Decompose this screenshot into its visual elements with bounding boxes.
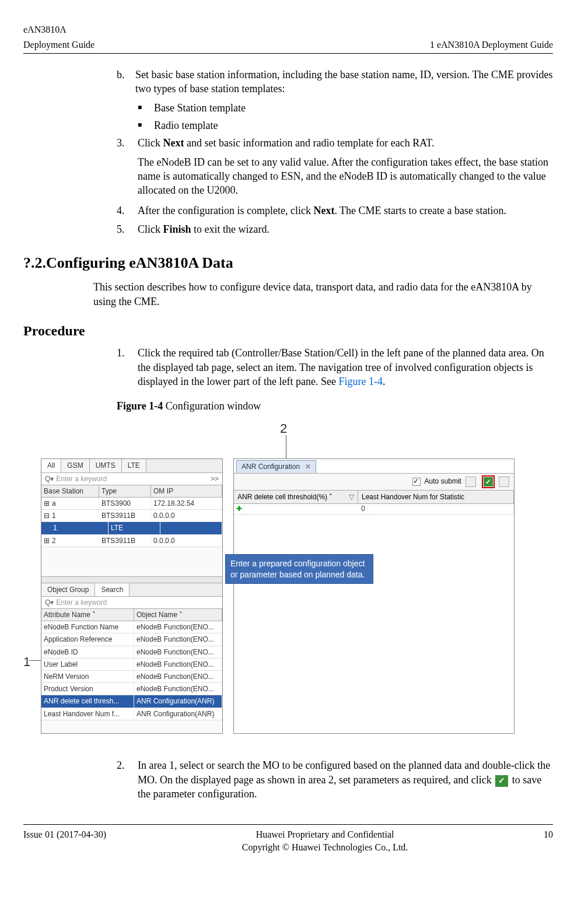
table-row[interactable]: ⊞a BTS3900 172.18.32.54 — [41, 498, 222, 510]
search-icon[interactable]: Q▾ — [45, 598, 54, 607]
expand-icon[interactable]: >> — [211, 474, 219, 484]
tree-collapse-icon[interactable]: ⊟ — [44, 511, 50, 517]
tab-search[interactable]: Search — [95, 583, 130, 596]
header-left-bottom: Deployment Guide — [23, 38, 94, 51]
list-marker-3: 3. — [117, 136, 138, 150]
footer-center-2: Copyright © Huawei Technologies Co., Ltd… — [242, 842, 408, 852]
auto-submit-label: Auto submit — [425, 477, 461, 485]
col-type[interactable]: Type — [99, 485, 151, 497]
footer-center-1: Huawei Proprietary and Confidential — [256, 829, 394, 839]
figure-caption-bold: Figure 1-4 — [117, 400, 163, 412]
tab-gsm[interactable]: GSM — [61, 459, 89, 472]
col-base-station[interactable]: Base Station — [41, 485, 99, 497]
figure-caption: Figure 1-4 Configuration window — [117, 399, 553, 413]
sort-icon[interactable]: ▽ — [349, 492, 354, 502]
save-check-icon[interactable]: ✓ — [484, 477, 493, 486]
figure-1-4: 2 1 All GSM UMTS LTE Q▾ Enter a keyword … — [23, 420, 553, 747]
arrow-line-icon — [29, 660, 41, 661]
col-attribute-name[interactable]: Attribute Name ˄ — [41, 609, 134, 621]
table-row[interactable]: eNodeB IDeNodeB Function(ENO... — [41, 646, 222, 659]
table-row[interactable]: ⊞2 BTS3911B 0.0.0.0 — [41, 535, 222, 547]
search-icon[interactable]: Q▾ — [45, 474, 54, 484]
footer-left: Issue 01 (2017-04-30) — [23, 828, 106, 853]
add-row-icon[interactable]: ✚ — [234, 504, 245, 514]
save-check-icon: ✓ — [495, 775, 508, 787]
step5-post: to exit the wizard. — [191, 223, 270, 235]
save-highlight-box: ✓ — [482, 475, 495, 488]
callout-number-1: 1 — [23, 653, 30, 671]
col-object-name[interactable]: Object Name ˄ — [134, 609, 222, 621]
splitter-bar[interactable] — [41, 576, 222, 583]
col-om-ip[interactable]: OM IP — [151, 485, 222, 497]
table-row[interactable]: User LabeleNodeB Function(ENO... — [41, 659, 222, 671]
section2-para: This section describes how to configure … — [93, 280, 553, 309]
table-row[interactable]: ✚ 0 — [234, 504, 514, 515]
arrow-line-icon — [286, 435, 286, 458]
table-row-selected[interactable]: 1 LTE — [41, 522, 222, 534]
step3-pre: Click — [138, 137, 163, 149]
toolbar-icon[interactable] — [466, 477, 476, 487]
table-row[interactable]: Product VersioneNodeB Function(ENO... — [41, 683, 222, 695]
left-panel: All GSM UMTS LTE Q▾ Enter a keyword >> B… — [41, 458, 223, 734]
footer-page-number: 10 — [544, 828, 553, 853]
tree-expand-icon[interactable]: ⊞ — [44, 536, 50, 542]
tab-all[interactable]: All — [41, 459, 61, 472]
table-row[interactable]: eNodeB Function NameeNodeB Function(ENO.… — [41, 621, 222, 633]
proc-step1-post: . — [383, 376, 386, 387]
step5-bold: Finish — [163, 223, 191, 235]
list-marker-2: 2. — [117, 758, 138, 801]
tab-lte[interactable]: LTE — [122, 459, 146, 472]
cell-value[interactable]: 0 — [245, 504, 368, 514]
section-heading-configuring-data: ?.2.Configuring eAN3810A Data — [23, 253, 553, 273]
tooltip-callout: Enter a prepared configuration object or… — [225, 554, 373, 583]
step4-pre: After the configuration is complete, cli… — [138, 205, 313, 216]
tab-object-group[interactable]: Object Group — [41, 583, 95, 596]
step4-post: . The CME starts to create a base statio… — [334, 205, 506, 216]
tab-anr-configuration[interactable]: ANR Configuration ✕ — [236, 460, 316, 472]
search-input[interactable]: Enter a keyword — [56, 474, 211, 484]
square-bullet-icon: ■ — [138, 101, 154, 115]
page-footer: Issue 01 (2017-04-30) Huawei Proprietary… — [23, 824, 553, 853]
table-row-selected[interactable]: ANR delete cell thresh...ANR Configurati… — [41, 695, 222, 708]
table-row[interactable]: Least Handover Num f...ANR Configuration… — [41, 708, 222, 720]
list-marker-1: 1. — [117, 346, 138, 388]
header-left-top: eAN3810A — [23, 23, 66, 36]
right-panel: ANR Configuration ✕ Auto submit ✓ ANR de… — [233, 458, 514, 734]
step4-bold: Next — [313, 205, 334, 216]
close-icon[interactable]: ✕ — [305, 463, 311, 471]
list-marker-5: 5. — [117, 222, 138, 236]
figure-link[interactable]: Figure 1-4 — [338, 376, 383, 387]
table-row[interactable]: ⊟1 BTS3911B 0.0.0.0 — [41, 510, 222, 522]
list-marker-b: b. — [117, 68, 135, 96]
item-b-text: Set basic base station information, incl… — [135, 68, 553, 96]
figure-caption-rest: Configuration window — [163, 400, 261, 412]
content-block: b. Set basic base station information, i… — [117, 68, 553, 236]
step5-pre: Click — [138, 223, 163, 235]
step3-para: The eNodeB ID can be set to any valid va… — [138, 155, 553, 198]
procedure-heading: Procedure — [23, 321, 553, 340]
step3-post: and set basic information and radio temp… — [184, 137, 434, 149]
header-right: 1 eAN3810A Deployment Guide — [430, 38, 553, 51]
bullet-base-station-template: Base Station template — [154, 101, 246, 115]
square-bullet-icon: ■ — [138, 118, 154, 132]
tree-expand-icon[interactable]: ⊞ — [44, 499, 50, 505]
step3-bold: Next — [163, 137, 184, 149]
col-least-handover[interactable]: Least Handover Num for Statistic — [358, 491, 514, 503]
page-header: eAN3810A Deployment Guide 1 eAN3810A Dep… — [23, 23, 553, 54]
toolbar-icon[interactable] — [499, 477, 509, 487]
tab-umts[interactable]: UMTS — [90, 459, 122, 472]
table-row[interactable]: Application ReferenceeNodeB Function(ENO… — [41, 633, 222, 646]
col-anr-threshold[interactable]: ANR delete cell threshold(%) ˄▽ — [234, 491, 358, 503]
search-input-lower[interactable]: Enter a keyword — [56, 598, 219, 607]
bullet-radio-template: Radio template — [154, 118, 218, 132]
list-marker-4: 4. — [117, 204, 138, 218]
proc-step2-text-a: In area 1, select or search the MO to be… — [138, 759, 550, 785]
table-row[interactable]: NeRM VersioneNodeB Function(ENO... — [41, 671, 222, 683]
checkbox-auto-submit[interactable] — [412, 478, 421, 486]
